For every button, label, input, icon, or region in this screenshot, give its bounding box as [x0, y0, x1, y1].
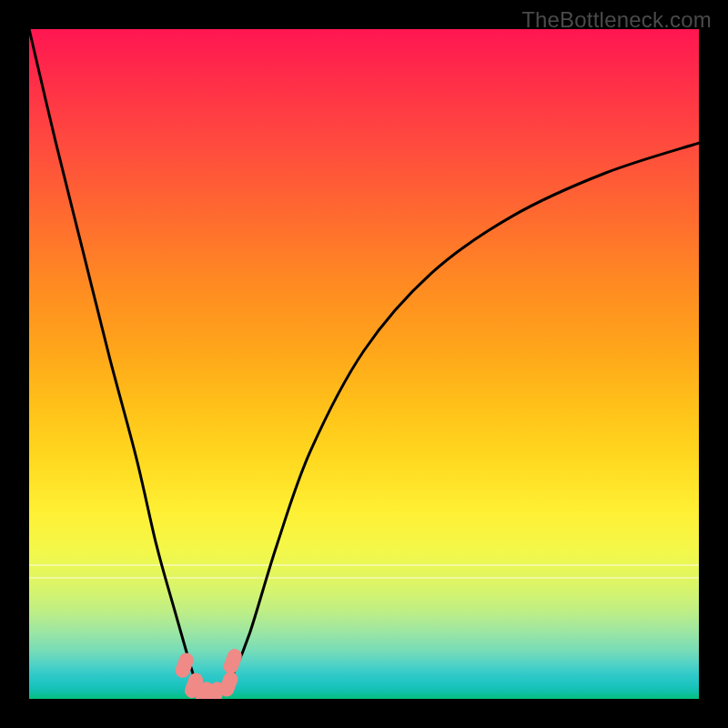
curve-marker: [221, 647, 244, 676]
watermark-text: TheBottleneck.com: [521, 7, 712, 33]
curve-layer: [29, 29, 699, 699]
plot-area: [29, 29, 699, 699]
bottleneck-curve: [29, 29, 699, 696]
chart-frame: TheBottleneck.com: [0, 0, 728, 728]
